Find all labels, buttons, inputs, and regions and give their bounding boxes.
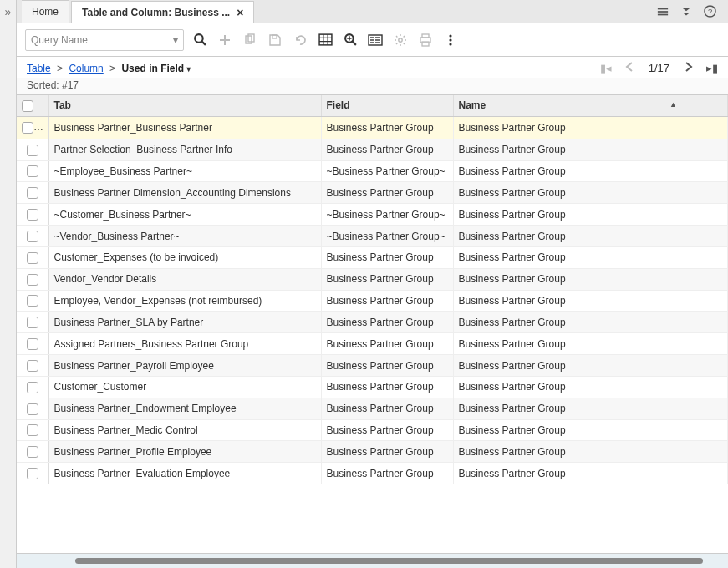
row-checkbox[interactable] <box>27 424 38 436</box>
cell-name: Business Partner Group <box>453 419 728 441</box>
svg-point-33 <box>449 38 451 41</box>
row-checkbox[interactable] <box>27 403 38 415</box>
cell-field: Business Partner Group <box>321 441 453 463</box>
row-checkbox[interactable] <box>27 274 38 286</box>
help-icon[interactable]: ? <box>704 5 716 18</box>
cell-tab: Business Partner_Profile Employee <box>48 441 321 463</box>
table-row[interactable]: Employee, Vendor_Expenses (not reimburse… <box>17 290 728 312</box>
row-checkbox[interactable] <box>27 209 38 221</box>
table-row[interactable]: Business Partner_Endowment EmployeeBusin… <box>17 398 728 419</box>
cell-field: Business Partner Group <box>321 246 453 268</box>
svg-rect-2 <box>658 13 668 15</box>
breadcrumb-current: Used in Field <box>121 63 184 74</box>
svg-point-32 <box>449 34 451 37</box>
row-checkbox[interactable] <box>27 187 38 199</box>
table-row[interactable]: Business Partner_Medic ControlBusiness P… <box>17 419 728 441</box>
form-icon[interactable] <box>368 33 383 48</box>
table-row[interactable]: Assigned Partners_Business Partner Group… <box>17 333 728 355</box>
search-icon[interactable] <box>192 33 207 48</box>
svg-rect-0 <box>658 8 668 9</box>
row-checkbox-cell <box>17 419 48 441</box>
chevron-right-icon: » <box>5 5 12 18</box>
grid-icon[interactable] <box>318 33 333 48</box>
expand-handle[interactable]: » <box>0 0 17 568</box>
query-select[interactable]: Query Name ▾ <box>25 29 184 51</box>
row-checkbox[interactable] <box>27 317 38 328</box>
row-checkbox-cell <box>17 226 48 247</box>
table-row[interactable]: ~Vendor_Business Partner~~Business Partn… <box>17 226 728 247</box>
table-row[interactable]: Customer_Expenses (to be invoiced)Busine… <box>17 246 728 268</box>
row-checkbox[interactable] <box>27 165 38 177</box>
sorted-indicator: Sorted: #17 <box>17 78 728 95</box>
cell-tab: Business Partner_SLA by Partner <box>48 312 321 333</box>
table-row[interactable]: Business Partner_Profile EmployeeBusines… <box>17 441 728 463</box>
zoom-icon[interactable] <box>343 33 358 48</box>
cell-field: ~Business Partner Group~ <box>321 204 453 226</box>
close-icon[interactable]: × <box>237 7 243 18</box>
cell-name: Business Partner Group <box>453 312 728 333</box>
table-row[interactable]: Business Partner_Business PartnerBusines… <box>17 116 728 139</box>
more-icon[interactable] <box>443 33 458 48</box>
cell-tab: Partner Selection_Business Partner Info <box>48 139 321 160</box>
breadcrumb: Table > Column > Used in Field▼ <box>27 63 192 74</box>
cell-name: Business Partner Group <box>453 246 728 268</box>
tab-label: Home <box>32 6 59 18</box>
last-page-icon[interactable]: ▸▮ <box>706 62 718 74</box>
row-checkbox-cell <box>17 204 48 226</box>
row-checkbox[interactable] <box>27 446 38 458</box>
row-checkbox[interactable] <box>27 468 38 479</box>
cell-name: Business Partner Group <box>453 441 728 463</box>
table-row[interactable]: Partner Selection_Business Partner InfoB… <box>17 139 728 160</box>
undo-icon <box>293 33 308 48</box>
row-checkbox[interactable] <box>27 252 38 264</box>
table-row[interactable]: Customer_CustomerBusiness Partner GroupB… <box>17 376 728 398</box>
cell-tab: Employee, Vendor_Expenses (not reimburse… <box>48 290 321 312</box>
row-checkbox[interactable] <box>27 382 38 393</box>
row-checkbox[interactable] <box>27 295 38 307</box>
cell-field: Business Partner Group <box>321 116 453 139</box>
tab-home[interactable]: Home <box>22 0 69 23</box>
cell-name: Business Partner Group <box>453 160 728 182</box>
cell-name: Business Partner Group <box>453 355 728 377</box>
cell-tab: Business Partner_Medic Control <box>48 419 321 441</box>
svg-rect-8 <box>220 39 230 41</box>
table-row[interactable]: Business Partner_Evaluation EmployeeBusi… <box>17 463 728 484</box>
breadcrumb-table[interactable]: Table <box>27 63 51 74</box>
table-row[interactable]: Business Partner Dimension_Accounting Di… <box>17 182 728 204</box>
table-row[interactable]: ~Customer_Business Partner~~Business Par… <box>17 204 728 226</box>
cell-field: Business Partner Group <box>321 376 453 398</box>
collapse-icon[interactable] <box>680 6 692 18</box>
cell-name: Business Partner Group <box>453 290 728 312</box>
column-header-label: Name <box>459 99 486 111</box>
cell-field: Business Partner Group <box>321 333 453 355</box>
column-header-name[interactable]: Name▲ <box>453 95 728 116</box>
row-checkbox-cell <box>17 355 48 377</box>
horizontal-scrollbar[interactable] <box>75 558 703 564</box>
row-checkbox-cell <box>17 182 48 204</box>
gear-icon <box>393 33 408 48</box>
table-row[interactable]: ~Employee_Business Partner~~Business Par… <box>17 160 728 182</box>
row-checkbox[interactable] <box>27 338 38 350</box>
chevron-down-icon[interactable]: ▼ <box>185 65 192 74</box>
cell-tab: Assigned Partners_Business Partner Group <box>48 333 321 355</box>
row-checkbox[interactable] <box>27 231 38 242</box>
breadcrumb-column[interactable]: Column <box>69 63 103 74</box>
row-checkbox-cell <box>17 398 48 419</box>
row-checkbox[interactable] <box>27 145 38 156</box>
row-checkbox[interactable] <box>22 122 33 134</box>
next-page-icon[interactable] <box>681 62 695 74</box>
tab-active[interactable]: Table and Column: Business ... × <box>71 1 254 23</box>
row-checkbox-cell <box>17 441 48 463</box>
table-row[interactable]: Business Partner_Payroll EmployeeBusines… <box>17 355 728 377</box>
row-checkbox[interactable] <box>27 360 38 372</box>
table-row[interactable]: Vendor_Vendor DetailsBusiness Partner Gr… <box>17 268 728 290</box>
cell-tab: Customer_Customer <box>48 376 321 398</box>
row-checkbox-cell <box>17 116 48 139</box>
select-all-checkbox[interactable] <box>22 100 33 112</box>
breadcrumb-sep: > <box>109 63 115 74</box>
menu-icon[interactable] <box>657 6 669 18</box>
column-header-tab[interactable]: Tab <box>48 95 321 116</box>
cell-tab: Business Partner Dimension_Accounting Di… <box>48 182 321 204</box>
column-header-field[interactable]: Field <box>321 95 453 116</box>
table-row[interactable]: Business Partner_SLA by PartnerBusiness … <box>17 312 728 333</box>
